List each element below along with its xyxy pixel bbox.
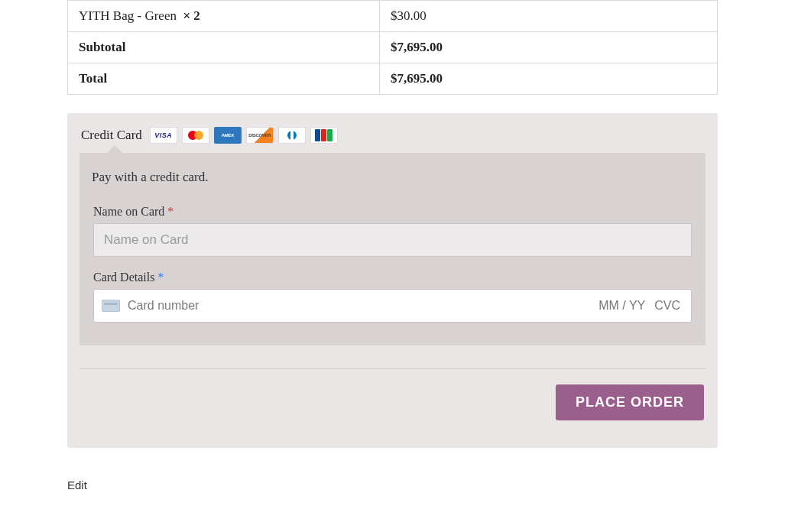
subtotal-value: $7,695.00 xyxy=(391,40,443,54)
payment-method-header[interactable]: Credit Card VISA AMEX DISCOVER xyxy=(79,125,706,153)
credit-card-icon xyxy=(102,300,120,312)
card-cvc-placeholder: CVC xyxy=(654,299,680,313)
required-indicator: * xyxy=(157,271,164,284)
discover-icon: DISCOVER xyxy=(246,127,274,144)
card-details-label: Card Details * xyxy=(93,271,692,284)
jcb-icon xyxy=(310,127,338,144)
mastercard-icon xyxy=(182,127,209,144)
card-expiry-placeholder: MM / YY xyxy=(598,299,645,313)
name-on-card-label: Name on Card * xyxy=(93,205,692,219)
product-name: YITH Bag - Green xyxy=(79,8,177,23)
line-price: $30.00 xyxy=(391,8,427,23)
table-row: Subtotal $7,695.00 xyxy=(68,32,718,63)
payment-method-body: Pay with a credit card. Name on Card * C… xyxy=(79,153,706,345)
actions-row: PLACE ORDER xyxy=(79,369,706,436)
total-value: $7,695.00 xyxy=(391,71,443,86)
amex-icon: AMEX xyxy=(214,127,242,144)
visa-icon: VISA xyxy=(150,127,177,144)
diners-icon xyxy=(278,127,306,144)
payment-method-label: Credit Card xyxy=(81,128,142,143)
name-on-card-input[interactable] xyxy=(93,223,692,257)
card-details-field: Card Details * Card number MM / YY CVC xyxy=(92,271,693,323)
card-brand-logos: VISA AMEX DISCOVER xyxy=(150,127,338,144)
payment-description: Pay with a credit card. xyxy=(92,170,693,185)
edit-link[interactable]: Edit xyxy=(67,478,87,491)
card-number-placeholder: Card number xyxy=(128,299,589,313)
subtotal-label: Subtotal xyxy=(79,40,125,54)
place-order-button[interactable]: PLACE ORDER xyxy=(556,384,704,420)
required-indicator: * xyxy=(167,205,174,218)
table-row: YITH Bag - Green × 2 $30.00 xyxy=(68,1,718,32)
name-on-card-field: Name on Card * xyxy=(92,205,693,257)
product-qty: × 2 xyxy=(183,8,199,23)
total-label: Total xyxy=(79,71,107,86)
table-row: Total $7,695.00 xyxy=(68,63,718,95)
card-details-input[interactable]: Card number MM / YY CVC xyxy=(93,289,692,323)
payment-methods-panel: Credit Card VISA AMEX DISCOVER Pay with … xyxy=(67,113,718,448)
order-summary-table: YITH Bag - Green × 2 $30.00 Subtotal $7,… xyxy=(67,0,718,95)
